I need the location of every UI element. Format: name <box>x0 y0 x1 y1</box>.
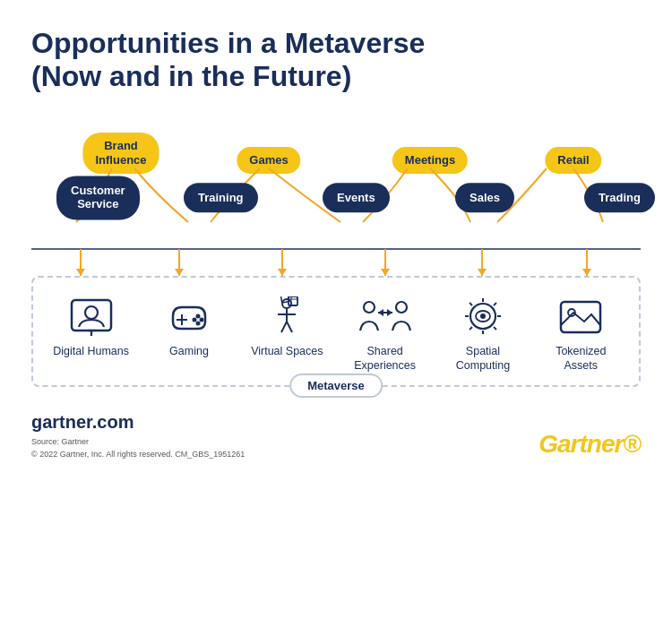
digital-humans-icon <box>65 294 118 339</box>
tokenized-assets-label: Tokenized Assets <box>538 344 624 374</box>
gartner-logo: Gartner® <box>538 423 641 460</box>
page-title: Opportunities in a Metaverse (Now and in… <box>31 27 641 93</box>
svg-point-19 <box>195 314 200 318</box>
svg-marker-8 <box>175 269 184 276</box>
svg-point-22 <box>192 317 196 322</box>
diagram-area: BrandInfluence Games Meetings Retail <box>31 111 641 609</box>
bubble-events: Events <box>323 183 390 213</box>
icon-item-tokenized-assets: Tokenized Assets <box>538 294 624 374</box>
footer-left: gartner.com Source: Gartner © 2022 Gartn… <box>31 412 245 460</box>
bubble-sales: Sales <box>455 183 514 213</box>
virtual-spaces-icon <box>260 294 314 339</box>
tokenized-assets-icon <box>554 294 607 339</box>
virtual-spaces-label: Virtual Spaces <box>251 344 323 358</box>
icon-item-virtual-spaces: Virtual Spaces <box>245 294 330 358</box>
svg-marker-7 <box>76 269 85 276</box>
spatial-computing-icon <box>456 294 510 339</box>
connectors <box>31 222 641 276</box>
svg-marker-12 <box>582 269 591 276</box>
icon-item-gaming: Gaming <box>146 294 231 358</box>
svg-line-28 <box>287 322 292 332</box>
spatial-computing-label: Spatial Computing <box>440 344 525 374</box>
shared-experiences-label: Shared Experiences <box>342 344 427 374</box>
svg-point-14 <box>85 306 98 319</box>
connector-svg <box>31 222 641 276</box>
svg-marker-9 <box>278 269 287 276</box>
svg-marker-11 <box>478 269 487 276</box>
bubble-training: Training <box>184 183 258 213</box>
svg-line-27 <box>281 322 287 332</box>
website: gartner.com <box>31 412 245 433</box>
gaming-icon <box>162 294 216 339</box>
svg-marker-36 <box>378 309 383 316</box>
svg-point-47 <box>480 314 486 319</box>
svg-rect-13 <box>72 300 111 331</box>
dark-bubbles-row: CustomerService Training Events Sales Tr… <box>31 174 641 222</box>
bubble-trading: Trading <box>584 183 655 213</box>
icon-item-digital-humans: Digital Humans <box>48 294 134 358</box>
metaverse-box: Digital Humans <box>31 276 641 388</box>
svg-point-21 <box>195 321 200 325</box>
bubble-games: Games <box>237 147 300 174</box>
icon-item-spatial-computing: Spatial Computing <box>440 294 525 374</box>
bubble-customer-service: CustomerService <box>56 176 140 219</box>
svg-point-32 <box>364 302 375 313</box>
page: Opportunities in a Metaverse (Now and in… <box>0 0 672 627</box>
svg-line-44 <box>470 327 472 330</box>
source-text: Source: Gartner © 2022 Gartner, Inc. All… <box>31 436 245 460</box>
icon-item-shared-experiences: Shared Experiences <box>342 294 427 374</box>
svg-marker-10 <box>381 269 390 276</box>
icons-row: Digital Humans <box>42 294 630 374</box>
shared-experiences-icon <box>358 294 412 339</box>
footer: gartner.com Source: Gartner © 2022 Gartn… <box>31 412 641 460</box>
bubble-brand-influence: BrandInfluence <box>82 133 159 173</box>
svg-point-20 <box>199 317 203 322</box>
svg-marker-35 <box>387 309 392 316</box>
svg-point-23 <box>282 299 291 308</box>
metaverse-label: Metaverse <box>289 374 383 398</box>
svg-line-42 <box>470 303 472 305</box>
yellow-bubbles-row: BrandInfluence Games Meetings Retail <box>31 111 641 174</box>
gaming-label: Gaming <box>169 344 209 358</box>
svg-point-33 <box>396 302 407 313</box>
svg-line-43 <box>494 303 496 305</box>
digital-humans-label: Digital Humans <box>53 344 129 358</box>
svg-line-45 <box>494 327 496 330</box>
bubble-meetings: Meetings <box>392 147 468 174</box>
